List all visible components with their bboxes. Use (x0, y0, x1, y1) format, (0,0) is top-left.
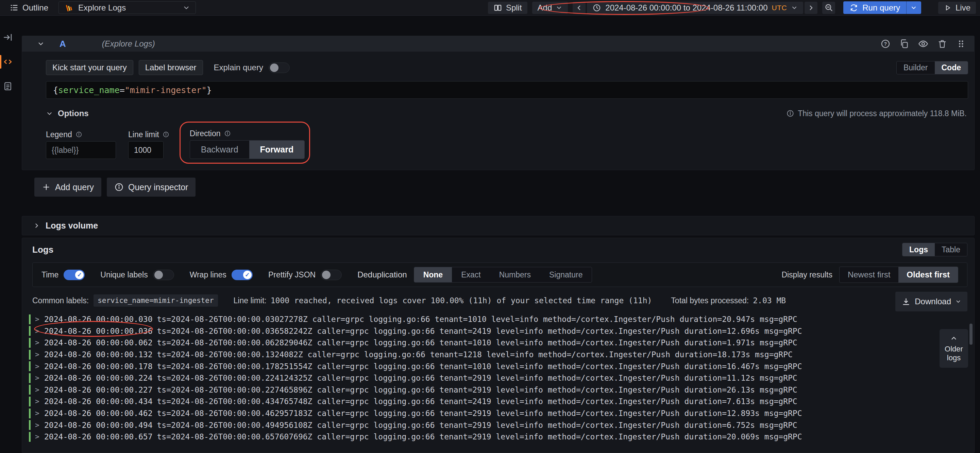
run-query-label: Run query (862, 3, 900, 13)
view-option-table[interactable]: Table (935, 243, 967, 256)
query-inspector-button[interactable]: Query inspector (107, 177, 196, 196)
explore-code-tab[interactable] (0, 54, 16, 69)
legend-label: Legend (46, 130, 72, 139)
query-ref-id: A (59, 39, 66, 49)
older-logs-button[interactable]: Older logs (940, 329, 968, 368)
time-range-controls: 2024-08-26 00:00:00 to 2024-08-26 11:00:… (573, 2, 818, 14)
add-label: Add (538, 3, 552, 13)
remove-query-button[interactable] (937, 39, 947, 49)
hide-response-button[interactable] (918, 38, 929, 49)
log-timestamp: 2024-08-26 00:00:00.462 (44, 409, 153, 418)
time-range-value: 2024-08-26 00:00:00 to 2024-08-26 11:00:… (605, 3, 767, 13)
explain-query-control: Explain query (214, 62, 290, 73)
top-bar-right: Split Add 2024-08-26 00:00:00 to 2024-08… (488, 2, 976, 14)
log-row[interactable]: >2024-08-26 00:00:00.494ts=2024-08-26T00… (29, 419, 974, 431)
query-token-op: = (120, 85, 125, 95)
label-browser-button[interactable]: Label browser (139, 60, 203, 75)
eye-icon (918, 38, 929, 49)
collapse-query-button[interactable] (35, 40, 46, 48)
logs-volume-expand-button[interactable] (33, 222, 40, 229)
log-row[interactable]: >2024-08-26 00:00:00.062ts=2024-08-26T00… (29, 337, 974, 349)
run-query-button[interactable]: Run query (843, 2, 906, 14)
logs-options-bar: Time ✓ Unique labels Wrap lines ✓ Pretti… (32, 263, 967, 287)
log-row-expand-chevron[interactable]: > (35, 432, 44, 441)
unique-labels-toggle-label: Unique labels (100, 270, 148, 279)
query-help-button[interactable]: ? (880, 39, 891, 49)
mode-option-code[interactable]: Code (935, 62, 968, 74)
log-row-expand-chevron[interactable]: > (35, 397, 44, 405)
log-row-expand-chevron[interactable]: > (35, 327, 44, 335)
drag-handle[interactable] (956, 39, 966, 49)
log-row[interactable]: >2024-08-26 00:00:00.036ts=2024-08-26T00… (29, 325, 974, 337)
dedup-option-signature[interactable]: Signature (540, 267, 592, 282)
log-row[interactable]: >2024-08-26 00:00:00.434ts=2024-08-26T00… (29, 396, 974, 407)
display-results-control: Display results Newest first Oldest firs… (781, 266, 958, 283)
logs-volume-panel[interactable]: Logs volume (22, 216, 975, 235)
log-row[interactable]: >2024-08-26 00:00:00.224ts=2024-08-26T00… (29, 372, 974, 384)
chevron-left-icon (575, 4, 583, 11)
unique-labels-toggle[interactable] (153, 269, 174, 280)
open-pane-button[interactable] (0, 30, 16, 45)
time-shift-back-button[interactable] (573, 2, 585, 14)
wrap-lines-toggle[interactable]: ✓ (232, 269, 253, 280)
query-editor-panel: A (Explore Logs) ? Kick start your query… (22, 36, 975, 170)
log-row[interactable]: >2024-08-26 00:00:00.132ts=2024-08-26T00… (29, 349, 974, 361)
prettify-json-toggle[interactable] (321, 269, 342, 280)
log-row-expand-chevron[interactable]: > (35, 350, 44, 359)
log-row-expand-chevron[interactable]: > (35, 421, 44, 429)
log-row-expand-chevron[interactable]: > (35, 362, 44, 371)
log-row-expand-chevron[interactable]: > (35, 315, 44, 323)
order-option-newest[interactable]: Newest first (840, 267, 898, 282)
live-button[interactable]: Live (938, 2, 976, 14)
explain-query-toggle[interactable] (269, 62, 290, 73)
direction-option-backward[interactable]: Backward (190, 141, 249, 158)
svg-text:?: ? (884, 41, 887, 46)
order-option-oldest[interactable]: Oldest first (898, 267, 958, 282)
app-picker-dropdown[interactable]: Explore Logs (59, 2, 196, 14)
dedup-option-numbers[interactable]: Numbers (490, 267, 540, 282)
mode-option-builder[interactable]: Builder (897, 62, 935, 74)
query-code-input[interactable]: {service_name="mimir-ingester"} (46, 81, 968, 99)
common-labels-label: Common labels: (32, 296, 89, 305)
dedup-option-exact[interactable]: Exact (452, 267, 490, 282)
line-limit-input[interactable] (128, 141, 164, 159)
time-toggle[interactable]: ✓ (64, 269, 85, 280)
add-dropdown-button[interactable]: Add (532, 2, 568, 14)
kick-start-query-button[interactable]: Kick start your query (46, 60, 133, 75)
log-line-text: ts=2024-08-26T00:00:00.1324082Z caller=g… (157, 350, 793, 359)
add-query-button[interactable]: Add query (34, 177, 101, 196)
logs-app-tab[interactable] (0, 79, 16, 94)
log-row-expand-chevron[interactable]: > (35, 409, 44, 417)
logs-panel-header: Logs Logs Table (22, 238, 974, 257)
split-button[interactable]: Split (488, 2, 527, 14)
query-row-header[interactable]: A (Explore Logs) ? (22, 36, 974, 52)
download-icon (902, 297, 911, 306)
logs-scrollbar-thumb[interactable] (969, 324, 972, 345)
direction-option-forward[interactable]: Forward (249, 141, 305, 158)
view-option-logs[interactable]: Logs (902, 243, 935, 256)
log-row[interactable]: >2024-08-26 00:00:00.227ts=2024-08-26T00… (29, 384, 974, 396)
zoom-out-time-button[interactable] (822, 2, 835, 14)
time-shift-forward-button[interactable] (805, 2, 818, 14)
trash-icon (937, 39, 947, 49)
log-file-icon (3, 81, 13, 91)
options-collapse-button[interactable] (46, 110, 53, 117)
log-row-expand-chevron[interactable]: > (35, 339, 44, 347)
time-range-picker[interactable]: 2024-08-26 00:00:00 to 2024-08-26 11:00:… (587, 2, 803, 14)
duplicate-query-button[interactable] (899, 39, 909, 49)
dedup-option-none[interactable]: None (414, 267, 452, 282)
log-row-expand-chevron[interactable]: > (35, 386, 44, 394)
log-row[interactable]: >2024-08-26 00:00:00.462ts=2024-08-26T00… (29, 407, 974, 420)
log-row[interactable]: >2024-08-26 00:00:00.657ts=2024-08-26T00… (29, 431, 974, 443)
legend-label-row: Legend (46, 130, 116, 139)
log-row[interactable]: >2024-08-26 00:00:00.030ts=2024-08-26T00… (29, 314, 974, 325)
outline-button[interactable]: Outline (4, 2, 54, 14)
log-row-expand-chevron[interactable]: > (35, 374, 44, 382)
query-cost-estimate-text: This query will process approximately 11… (798, 109, 967, 118)
legend-input[interactable] (46, 141, 116, 159)
run-query-options-button[interactable] (906, 2, 921, 14)
info-circle-icon (75, 131, 82, 138)
download-button[interactable]: Download (895, 292, 967, 311)
log-row[interactable]: >2024-08-26 00:00:00.178ts=2024-08-26T00… (29, 360, 974, 372)
query-inspector-label: Query inspector (128, 182, 188, 192)
